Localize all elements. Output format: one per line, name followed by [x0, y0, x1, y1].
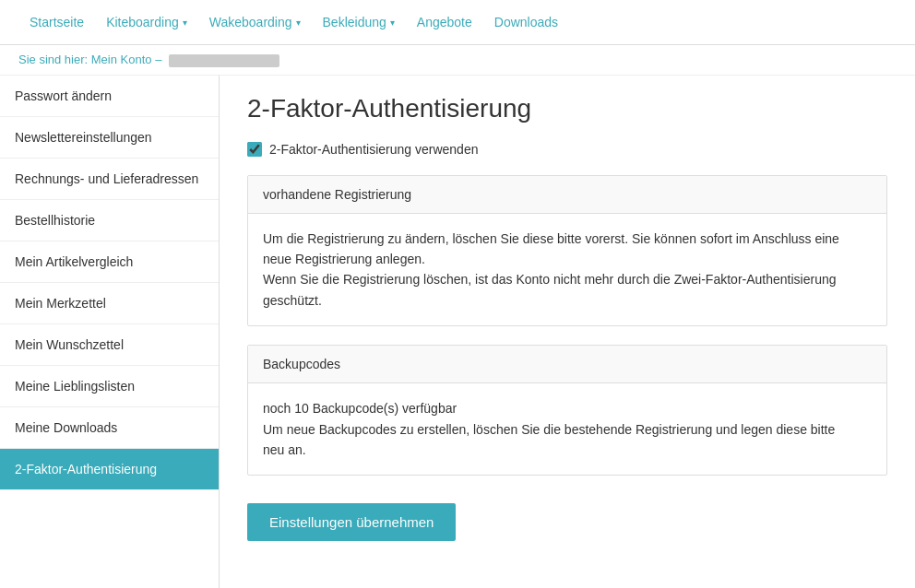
sidebar-item-downloads[interactable]: Meine Downloads — [0, 407, 219, 449]
sidebar-item-newsletter[interactable]: Newslettereinstellungen — [0, 117, 219, 159]
main-container: Passwort ändern Newslettereinstellungen … — [0, 76, 915, 588]
chevron-down-icon: ▾ — [390, 18, 395, 28]
nav-bekleidung[interactable]: Bekleidung ▾ — [312, 7, 406, 37]
nav-angebote[interactable]: Angebote — [406, 7, 483, 37]
backup-box-header: Backupcodes — [248, 346, 886, 383]
backup-box-body: noch 10 Backupcode(s) verfügbar Um neue … — [248, 383, 886, 475]
sidebar-item-merkzettel[interactable]: Mein Merkzettel — [0, 283, 219, 324]
sidebar-item-lieblingslisten[interactable]: Meine Lieblingslisten — [0, 366, 219, 407]
chevron-down-icon: ▾ — [183, 18, 187, 28]
backup-box: Backupcodes noch 10 Backupcode(s) verfüg… — [247, 345, 887, 476]
sidebar-item-bestellhistorie[interactable]: Bestellhistorie — [0, 200, 219, 241]
sidebar-item-passwort[interactable]: Passwort ändern — [0, 76, 219, 117]
nav-kiteboarding[interactable]: Kiteboarding ▾ — [95, 7, 198, 37]
breadcrumb-username — [169, 54, 279, 67]
breadcrumb: Sie sind hier: Mein Konto – — [0, 45, 915, 76]
registration-box-header: vorhandene Registrierung — [248, 176, 886, 214]
breadcrumb-link[interactable]: Mein Konto — [91, 53, 152, 66]
registration-box-body: Um die Registrierung zu ändern, löschen … — [248, 214, 886, 326]
registration-box: vorhandene Registrierung Um die Registri… — [247, 175, 887, 327]
chevron-down-icon: ▾ — [296, 18, 301, 28]
sidebar-item-adressen[interactable]: Rechnungs- und Lieferadressen — [0, 159, 219, 200]
2fa-checkbox-row: 2-Faktor-Authentisierung verwenden — [247, 142, 887, 157]
sidebar-item-2fa[interactable]: 2-Faktor-Authentisierung — [0, 449, 219, 490]
sidebar: Passwort ändern Newslettereinstellungen … — [0, 76, 220, 588]
nav-wakeboarding[interactable]: Wakeboarding ▾ — [198, 7, 312, 37]
2fa-checkbox-label[interactable]: 2-Faktor-Authentisierung verwenden — [269, 142, 478, 157]
2fa-checkbox[interactable] — [247, 142, 262, 157]
sidebar-item-wunschzettel[interactable]: Mein Wunschzettel — [0, 324, 219, 366]
sidebar-item-artikelvergleich[interactable]: Mein Artikelvergleich — [0, 241, 219, 283]
page-title: 2-Faktor-Authentisierung — [247, 94, 887, 123]
nav-downloads[interactable]: Downloads — [483, 7, 569, 37]
nav-startseite[interactable]: Startseite — [18, 7, 95, 37]
main-content: 2-Faktor-Authentisierung 2-Faktor-Authen… — [220, 76, 915, 588]
save-button[interactable]: Einstellungen übernehmen — [247, 503, 456, 541]
main-nav: Startseite Kiteboarding ▾ Wakeboarding ▾… — [0, 0, 915, 45]
